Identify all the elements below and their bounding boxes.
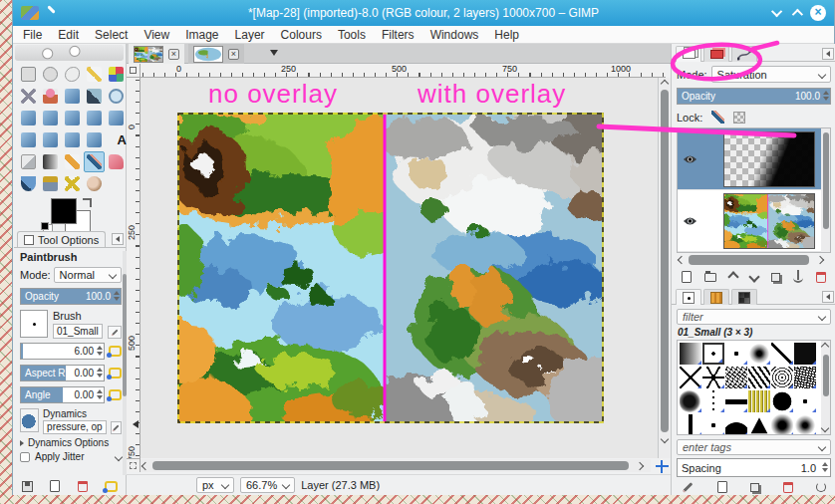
ink-tool[interactable] xyxy=(18,173,39,194)
maximize-button[interactable] xyxy=(792,9,803,20)
image-tab-oval-map[interactable]: × xyxy=(188,44,244,64)
image-layer[interactable] xyxy=(177,113,604,423)
reset-icon[interactable] xyxy=(109,389,122,400)
panel-menu-button[interactable] xyxy=(112,233,124,245)
menu-item[interactable]: Layer xyxy=(235,28,265,42)
unit-select[interactable]: px xyxy=(196,477,234,493)
pin-icon[interactable] xyxy=(45,6,57,18)
delete-brush-icon[interactable] xyxy=(783,482,793,493)
layer-list-hscrollbar[interactable] xyxy=(677,255,831,265)
paths-tool[interactable] xyxy=(62,86,83,107)
apply-jitter-checkbox[interactable] xyxy=(20,452,30,462)
measure-tool[interactable] xyxy=(18,108,39,128)
tab-layers[interactable] xyxy=(676,46,701,62)
brush-cell[interactable] xyxy=(794,414,816,435)
spacing-spinner[interactable] xyxy=(822,462,828,472)
tab-channels[interactable] xyxy=(703,46,729,62)
new-layer-icon[interactable] xyxy=(682,271,692,283)
eraser-tool[interactable] xyxy=(106,151,127,172)
zoom-tool[interactable] xyxy=(106,86,127,107)
menu-item[interactable]: Help xyxy=(494,28,519,42)
fuzzy-select-tool[interactable] xyxy=(84,64,105,85)
menu-item[interactable]: File xyxy=(23,28,42,42)
move-tool[interactable] xyxy=(40,108,61,128)
zoom-select[interactable]: 66.7% xyxy=(240,477,295,493)
ellipse-select-tool[interactable] xyxy=(40,64,61,85)
visibility-eye-icon[interactable] xyxy=(683,216,697,226)
menu-item[interactable]: View xyxy=(143,28,169,42)
layer-mode-select[interactable]: Saturation xyxy=(711,66,831,83)
menu-item[interactable]: Edit xyxy=(58,28,79,42)
brush-cell[interactable] xyxy=(771,414,793,435)
edit-brush-button[interactable] xyxy=(108,326,122,339)
chevron-down-icon[interactable] xyxy=(115,452,123,460)
new-layer-group-icon[interactable] xyxy=(704,273,716,282)
layer-row-annotation[interactable] xyxy=(678,128,830,190)
brush-cell[interactable] xyxy=(794,367,816,388)
brush-cell[interactable] xyxy=(725,367,747,388)
brush-cell[interactable] xyxy=(771,343,793,365)
brush-cell[interactable] xyxy=(748,390,770,412)
image-tab-map[interactable]: × xyxy=(129,44,184,64)
enter-tags-input[interactable]: enter tags xyxy=(677,439,831,455)
opacity-spinner[interactable] xyxy=(114,291,120,301)
pencil-tool[interactable] xyxy=(62,151,83,172)
close-tab-icon[interactable]: × xyxy=(168,49,179,60)
scrollbar-thumb[interactable] xyxy=(661,90,669,432)
edit-brush-icon[interactable] xyxy=(683,482,694,493)
brush-cell[interactable] xyxy=(702,390,724,412)
paintbrush-tool[interactable] xyxy=(84,151,105,172)
menu-item[interactable]: Tools xyxy=(338,28,366,42)
menu-item[interactable]: Image xyxy=(185,28,218,42)
brush-cell[interactable] xyxy=(725,414,747,435)
align-tool[interactable] xyxy=(62,108,83,128)
heal-tool[interactable] xyxy=(62,173,83,194)
tool-slider[interactable]: Size 6.00 xyxy=(20,343,105,360)
slider-spinner[interactable] xyxy=(97,389,103,399)
tool-slider[interactable]: Angle 0.00 xyxy=(20,386,105,403)
slider-spinner[interactable] xyxy=(97,368,103,378)
brush-cell[interactable] xyxy=(680,414,701,435)
unified-transform-tool[interactable] xyxy=(40,129,61,150)
layer-thumbnail[interactable] xyxy=(723,193,815,249)
smudge-tool[interactable] xyxy=(84,173,105,194)
layer-row-map[interactable] xyxy=(678,190,830,252)
vertical-scrollbar[interactable] xyxy=(658,78,671,458)
tab-brushes[interactable] xyxy=(676,289,701,305)
reset-icon[interactable] xyxy=(109,346,122,357)
navigation-button[interactable] xyxy=(653,458,671,474)
scroll-up-icon[interactable] xyxy=(661,80,669,88)
duplicate-brush-icon[interactable] xyxy=(750,483,759,492)
dynamics-options-expander[interactable]: Dynamics Options xyxy=(20,437,122,448)
layer-thumbnail[interactable] xyxy=(723,131,815,187)
brush-cell[interactable] xyxy=(680,367,701,388)
layer-list-scrollbar[interactable] xyxy=(821,128,830,252)
opacity-spinner[interactable] xyxy=(823,91,829,101)
menu-item[interactable]: Windows xyxy=(430,28,479,42)
refresh-brushes-icon[interactable] xyxy=(816,482,826,492)
brush-cell[interactable] xyxy=(748,343,770,365)
brush-filter-input[interactable]: filter xyxy=(677,309,831,325)
flip-tool[interactable] xyxy=(84,129,105,150)
restore-tool-preset-icon[interactable] xyxy=(50,480,60,492)
save-tool-preset-icon[interactable] xyxy=(22,481,33,492)
delete-tool-preset-icon[interactable] xyxy=(78,481,88,492)
gradient-tool[interactable] xyxy=(40,151,61,172)
menu-item[interactable]: Select xyxy=(95,28,128,42)
brush-cell[interactable] xyxy=(794,343,816,365)
brush-preview[interactable] xyxy=(20,310,48,338)
brush-cell[interactable] xyxy=(771,390,793,412)
ruler-origin-button[interactable] xyxy=(127,64,140,78)
brush-grid-scrollbar[interactable] xyxy=(821,341,830,434)
swap-colors-icon[interactable] xyxy=(83,198,92,207)
perspective-tool[interactable] xyxy=(106,108,127,128)
foreground-select-tool[interactable] xyxy=(40,86,61,107)
free-select-tool[interactable] xyxy=(62,64,83,85)
foreground-color-swatch[interactable] xyxy=(51,198,77,224)
rectangle-select-tool[interactable] xyxy=(18,64,39,85)
tool-slider[interactable]: Aspect R. 0.00 xyxy=(20,365,105,381)
horizontal-scrollbar[interactable] xyxy=(140,459,651,472)
tool-opacity-slider[interactable]: Opacity 100.0 xyxy=(20,288,122,305)
tab-patterns[interactable] xyxy=(703,289,729,305)
menu-item[interactable]: Filters xyxy=(382,28,415,42)
